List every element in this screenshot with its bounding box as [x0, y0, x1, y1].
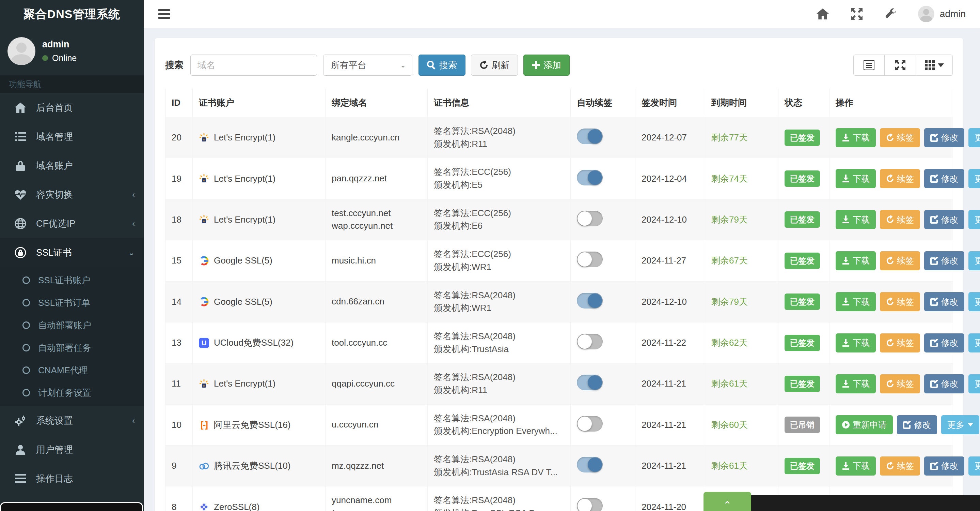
sidebar-item-ssl-orders[interactable]: SSL证书订单	[0, 291, 144, 314]
download-button[interactable]: 下载	[835, 128, 876, 147]
auto-renew-toggle[interactable]	[577, 457, 603, 473]
add-button[interactable]: 添加	[523, 54, 570, 76]
user-icon	[14, 444, 27, 455]
toggle-view-button[interactable]	[853, 54, 885, 76]
cert-account: Google SSL(5)	[199, 256, 319, 266]
renew-button[interactable]: 续签	[880, 374, 920, 393]
user-menu[interactable]: admin	[918, 6, 966, 22]
auto-renew-toggle[interactable]	[577, 211, 603, 226]
wrench-icon[interactable]	[884, 7, 897, 21]
auto-renew-toggle[interactable]	[577, 375, 603, 390]
download-icon	[842, 257, 850, 265]
home-icon[interactable]	[816, 7, 829, 21]
edit-button[interactable]: 修改	[924, 169, 964, 188]
sidebar-item-user-management[interactable]: 用户管理	[0, 435, 144, 464]
cell-actions: 下载 续签 修改 更多	[829, 240, 953, 281]
cert-account: Let's Encrypt(1)	[199, 378, 319, 389]
cell-expire: 剩余79天	[705, 199, 778, 240]
renew-button[interactable]: 续签	[880, 251, 920, 270]
tencent-icon	[199, 461, 209, 471]
download-button[interactable]: 下载	[835, 210, 876, 229]
renew-button[interactable]: 续签	[880, 169, 920, 188]
sidebar-item-system-settings[interactable]: 系统设置 ‹	[0, 406, 144, 435]
edit-button[interactable]: 修改	[924, 210, 964, 229]
download-button[interactable]: 下载	[835, 334, 876, 353]
edit-button[interactable]: 修改	[924, 374, 964, 393]
status-badge: 已签发	[784, 211, 820, 228]
cert-account: Let's Encrypt(1)	[199, 174, 319, 184]
sidebar-item-domains[interactable]: 域名管理	[0, 122, 144, 151]
sidebar-item-deploy-tasks[interactable]: 自动部署任务	[0, 337, 144, 359]
renew-button[interactable]: 续签	[880, 457, 920, 476]
download-button[interactable]: 下载	[835, 374, 876, 393]
columns-button[interactable]	[916, 54, 953, 76]
auto-renew-toggle[interactable]	[577, 498, 603, 511]
fullscreen-icon[interactable]	[850, 7, 864, 21]
search-button[interactable]: 搜索	[418, 54, 466, 76]
download-button[interactable]: 下载	[835, 251, 876, 270]
sidebar-toggle-button[interactable]	[158, 9, 170, 19]
renew-button[interactable]: 续签	[880, 210, 920, 229]
reapply-button[interactable]: 重新申请	[835, 415, 893, 434]
edit-button[interactable]: 修改	[924, 457, 964, 476]
more-button[interactable]: 更多	[969, 169, 980, 188]
download-button[interactable]: 下载	[835, 292, 876, 311]
fullscreen-table-button[interactable]	[885, 54, 916, 76]
cell-expire: 剩余67天	[705, 240, 778, 281]
cell-actions: 下载 续签 修改 更多	[829, 363, 953, 404]
sidebar-item-dashboard[interactable]: 后台首页	[0, 93, 144, 122]
sidebar-item-deploy-accounts[interactable]: 自动部署账户	[0, 314, 144, 337]
auto-renew-toggle[interactable]	[577, 252, 603, 267]
col-actions: 操作	[829, 89, 953, 117]
download-button[interactable]: 下载	[835, 457, 876, 476]
more-button[interactable]: 更多	[969, 210, 980, 229]
renew-button[interactable]: 续签	[880, 292, 920, 311]
refresh-icon	[886, 380, 894, 388]
sidebar-item-ssl-accounts[interactable]: SSL证书账户	[0, 269, 144, 291]
sidebar-item-ssl[interactable]: SSL证书 ⌄	[0, 238, 144, 267]
aliyun-icon: [-]	[199, 420, 209, 430]
auto-renew-toggle[interactable]	[577, 129, 603, 144]
platform-select[interactable]: 所有平台 ⌄	[323, 54, 412, 76]
circle-icon	[22, 276, 30, 284]
more-button[interactable]: 更多	[969, 292, 980, 311]
renew-button[interactable]: 续签	[880, 128, 920, 147]
edit-button[interactable]: 修改	[924, 128, 964, 147]
auto-renew-toggle[interactable]	[577, 416, 603, 431]
auto-renew-toggle[interactable]	[577, 334, 603, 350]
edit-button[interactable]: 修改	[924, 334, 964, 353]
more-button[interactable]: 更多	[969, 128, 980, 147]
table-row: 10 [-] 阿里云免费SSL(16) u.cccyun.cn 签名算法:RSA…	[165, 404, 953, 445]
cell-issued: 2024-11-21	[635, 446, 705, 487]
table-header-row: ID 证书账户 绑定域名 证书信息 自动续签 签发时间 到期时间 状态 操作	[165, 89, 953, 117]
sidebar-item-domain-accounts[interactable]: 域名账户	[0, 151, 144, 180]
refresh-button[interactable]: 刷新	[471, 54, 518, 76]
cell-cert-info: 签名算法:RSA(2048)颁发机构:R11	[428, 363, 571, 404]
more-button[interactable]: 更多	[969, 374, 980, 393]
more-button[interactable]: 更多	[969, 334, 980, 353]
more-button[interactable]: 更多	[941, 415, 979, 434]
sidebar-item-operation-logs[interactable]: 操作日志	[0, 464, 144, 493]
cell-id: 15	[165, 240, 193, 281]
app-title: 聚合DNS管理系统	[0, 0, 144, 28]
search-input[interactable]	[190, 54, 317, 76]
sidebar-item-cf-ip[interactable]: CF优选IP ‹	[0, 209, 144, 238]
edit-button[interactable]: 修改	[897, 415, 937, 434]
cell-cert-info: 签名算法:ECC(256)颁发机构:WR1	[428, 240, 571, 281]
sidebar-item-failover[interactable]: 容灾切换 ‹	[0, 180, 144, 209]
cell-issued: 2024-11-27	[635, 240, 705, 281]
sidebar-item-cron-settings[interactable]: 计划任务设置	[0, 382, 144, 404]
download-button[interactable]: 下载	[835, 169, 876, 188]
sidebar-item-cname-proxy[interactable]: CNAME代理	[0, 359, 144, 382]
edit-button[interactable]: 修改	[924, 251, 964, 270]
cell-id: 8	[165, 487, 193, 511]
renew-button[interactable]: 续签	[880, 334, 920, 353]
auto-renew-toggle[interactable]	[577, 293, 603, 308]
edit-button[interactable]: 修改	[924, 292, 964, 311]
cell-auto-renew	[571, 240, 635, 281]
cell-domains: yuncname.com*.yuncname.com	[326, 487, 428, 511]
auto-renew-toggle[interactable]	[577, 170, 603, 185]
more-button[interactable]: 更多	[969, 251, 980, 270]
more-button[interactable]: 更多	[969, 457, 980, 476]
back-to-top-button[interactable]: ⌃	[703, 492, 751, 511]
